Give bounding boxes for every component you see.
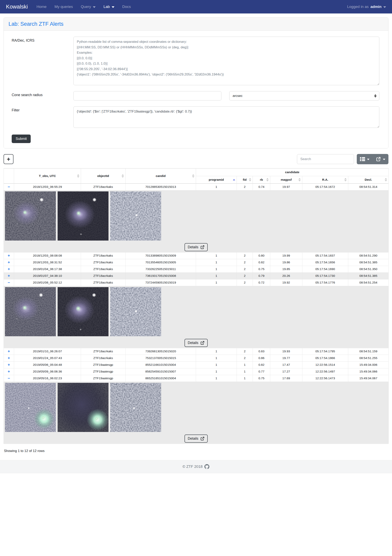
cell-rb: 0.74: [253, 184, 270, 190]
cell-candid: 736193170515015008: [126, 272, 196, 279]
expand-row-toggle[interactable]: +: [8, 369, 10, 374]
ra-dec-input[interactable]: [74, 37, 379, 85]
cell-decl: 08:54:51.290: [348, 252, 389, 259]
cell-programid: 1: [196, 272, 237, 279]
details-button[interactable]: Details: [185, 339, 208, 347]
cell-programid: 1: [196, 252, 237, 259]
cell-fid: 2: [237, 279, 253, 286]
cell-magpsf: 19.92: [270, 279, 302, 286]
cell-ra: 12:22:56.1473: [302, 375, 348, 382]
cell-fid: 2: [237, 272, 253, 279]
chevron-down-icon: [383, 159, 385, 160]
cell-ra: 05:17:54.1690: [302, 266, 348, 272]
cutout-strip: [5, 383, 387, 432]
candidate-group-header: candidate: [196, 169, 389, 176]
nav-item-my-queries[interactable]: My queries: [54, 5, 73, 9]
difference-cutout-image: [110, 287, 161, 336]
cell-magpsf: 19.97: [270, 184, 302, 190]
cell-decl: 08:54:51.314: [348, 184, 389, 190]
cell-rb: 0.72: [253, 279, 270, 286]
radius-unit-select[interactable]: arcsec: [229, 91, 379, 100]
cell-magpsf: 19.99: [270, 252, 302, 259]
nav-item-docs[interactable]: Docs: [122, 5, 131, 9]
expand-row-toggle[interactable]: +: [8, 363, 10, 367]
cell-programid: 1: [196, 368, 237, 375]
details-button[interactable]: Details: [185, 434, 208, 443]
cell-magpsf: 20.26: [270, 272, 302, 279]
collapse-row-toggle[interactable]: −: [8, 280, 10, 285]
external-link-icon: [200, 245, 204, 249]
columns-dropdown-button[interactable]: [357, 154, 373, 164]
filter-label: Filter: [12, 106, 74, 128]
sort-icon: [344, 178, 347, 181]
submit-button[interactable]: Submit: [12, 135, 31, 143]
cell-programid: 1: [196, 184, 237, 190]
chevron-down-icon: [112, 6, 114, 8]
nav-item-lab[interactable]: Lab: [104, 5, 114, 9]
expand-row-toggle[interactable]: +: [8, 267, 10, 271]
col-header-decl[interactable]: Decl.: [348, 176, 389, 184]
difference-cutout-image: [110, 383, 161, 432]
col-header-fid[interactable]: fid: [237, 176, 253, 184]
col-header-tobs[interactable]: T_obs, UTC: [14, 169, 81, 184]
science-cutout-image: [5, 287, 56, 336]
cell-decl: 15:49:34.067: [348, 375, 389, 382]
table-row: −2018/12/03_06:55:29ZTF18acrkaks70128853…: [4, 184, 389, 190]
user-menu[interactable]: Logged in as admin: [347, 5, 386, 9]
details-button[interactable]: Details: [185, 243, 208, 251]
nav-item-query[interactable]: Query: [81, 5, 96, 9]
radius-unit-select-control[interactable]: arcsec: [229, 91, 379, 100]
cell-objectid: ZTF18acrkaks: [81, 348, 126, 355]
cell-rb: 0.79: [253, 272, 270, 279]
col-header-magpsf[interactable]: magpsf: [270, 176, 302, 184]
chevron-down-icon: [93, 6, 96, 8]
col-header-ra[interactable]: R.A.: [302, 176, 348, 184]
chevron-down-icon: [383, 6, 386, 8]
cell-programid: 1: [196, 375, 237, 382]
col-header-programid[interactable]: programid: [196, 176, 237, 184]
cell-candid: 701288530515015013: [126, 184, 196, 190]
cell-programid: 1: [196, 259, 237, 266]
search-card: Lab: Search ZTF Alerts RA/Dec, ICRS Cone…: [4, 17, 388, 148]
col-header-candid[interactable]: candid: [126, 169, 196, 184]
cell-candid: 733262250515015011: [126, 266, 196, 272]
expand-row-toggle[interactable]: +: [8, 349, 10, 354]
page-title: Lab: Search ZTF Alerts: [8, 21, 384, 27]
cone-radius-input[interactable]: [74, 91, 221, 100]
navbar: Kowalski Home My queries Query Lab Docs …: [0, 0, 392, 14]
nav-item-home[interactable]: Home: [37, 5, 46, 9]
cell-fid: 1: [237, 361, 253, 368]
cell-tobs: 2019/01/08_05:52:12: [14, 279, 81, 286]
export-icon: [376, 156, 381, 162]
col-header-rb[interactable]: rb: [253, 176, 270, 184]
expand-row-toggle[interactable]: +: [8, 356, 10, 360]
cell-fid: 1: [237, 375, 253, 382]
collapse-row-toggle[interactable]: −: [8, 185, 10, 189]
expand-row-toggle[interactable]: +: [8, 260, 10, 264]
table-row: +2018/12/03_08:31:52ZTF18acrkaks70135546…: [4, 259, 389, 266]
logged-in-label: Logged in as: [347, 5, 369, 9]
expand-row-toggle[interactable]: +: [8, 274, 10, 278]
collapse-row-toggle[interactable]: −: [8, 376, 10, 380]
export-dropdown-button[interactable]: [373, 154, 388, 164]
cell-objectid: ZTF18acrkaks: [81, 272, 126, 279]
cell-decl: 08:54:51.255: [348, 355, 389, 361]
cell-tobs: 2019/01/10_06:26:07: [14, 348, 81, 355]
brand-kowalski[interactable]: Kowalski: [6, 4, 28, 10]
cell-programid: 1: [196, 355, 237, 361]
difference-cutout-image: [110, 191, 161, 240]
search-input[interactable]: [297, 154, 354, 164]
filter-input[interactable]: {'objectId': {'$in': ['ZTF18acrkaks', 'Z…: [74, 106, 379, 128]
expand-row-toggle[interactable]: +: [8, 254, 10, 258]
cell-candid: 858254591015015007: [126, 368, 196, 375]
cell-programid: 1: [196, 266, 237, 272]
table-row: +2019/05/09_06:06:36ZTF19aatesgp85825459…: [4, 368, 389, 375]
chevron-down-icon: [367, 159, 369, 160]
sort-icon: [298, 178, 301, 181]
external-link-icon: [200, 341, 204, 345]
cell-objectid: ZTF19aatesgp: [81, 368, 126, 375]
cell-ra: 05:17:54.1656: [302, 259, 348, 266]
add-button[interactable]: +: [4, 154, 14, 164]
github-icon[interactable]: [204, 464, 210, 469]
col-header-objectid[interactable]: objectId: [81, 169, 126, 184]
